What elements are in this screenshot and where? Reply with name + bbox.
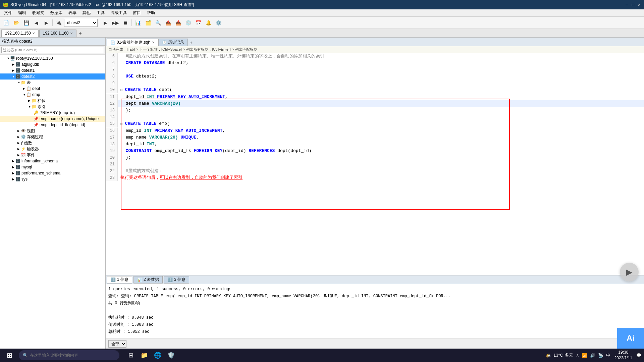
tree-atguigudb[interactable]: ▶ 🗄️ atguigudb	[0, 61, 105, 67]
code-line-10: 10 ⊟ CREATE TABLE dept(	[106, 87, 644, 94]
menu-edit[interactable]: 编辑	[15, 9, 29, 16]
query-tab-1-close[interactable]: ✕	[152, 41, 155, 44]
conn-tab-2[interactable]: 192.168.1.160 ✕	[39, 30, 76, 37]
tree-perfschema[interactable]: ▶ 🗄️ performance_schema	[0, 170, 105, 176]
taskbar-chevron-up: ∧	[576, 353, 579, 358]
taskbar-task-view[interactable]: ⊞	[125, 349, 137, 361]
video-play-button[interactable]: ▶	[620, 263, 639, 281]
toolbar-run-all[interactable]: ▶▶	[111, 18, 120, 28]
result-tab-data[interactable]: 📊 2 表数据	[133, 276, 163, 283]
tree-mysql[interactable]: ▶ 🗄️ mysql	[0, 164, 105, 170]
result-tab-info2[interactable]: ℹ️ 3 信息	[164, 276, 189, 283]
menu-tools[interactable]: 工具	[94, 9, 107, 16]
tree-unique-index[interactable]: 📌 emp_name (emp_name), Unique	[0, 116, 105, 122]
left-panel-header[interactable]: 筛选表格 dbtest2	[0, 38, 105, 46]
functions-icon: ƒ	[21, 141, 23, 145]
ai-label[interactable]: Ai	[617, 328, 644, 349]
taskbar-system-icons: 🌤️ 13°C 多云 ∧ 📶 🔊 📡 中	[545, 352, 610, 358]
taskbar-edge[interactable]: 🌐	[152, 349, 164, 361]
tree-dbtest2-label: dbtest2	[21, 74, 35, 79]
tree-views[interactable]: ▶ 👁️ 视图	[0, 128, 105, 134]
code-line-22: 22 #显式的方式创建：	[106, 168, 644, 174]
menu-table[interactable]: 表单	[66, 9, 79, 16]
tree-infschema[interactable]: ▶ 🗄️ information_schema	[0, 158, 105, 164]
query-tab-history[interactable]: 🕐 历史记录	[158, 39, 188, 46]
menu-file[interactable]: 文件	[1, 9, 15, 16]
conn-tab-2-close[interactable]: ✕	[70, 32, 73, 35]
query-tab-add[interactable]: +	[188, 39, 195, 46]
tree-fk-index[interactable]: 📌 emp_dept_id_fk (dept_id)	[0, 122, 105, 128]
tree-functions[interactable]: ▶ ƒ 函数	[0, 140, 105, 146]
taskbar-search[interactable]: 🔍	[19, 350, 119, 360]
toolbar-settings[interactable]: ⚙️	[214, 18, 223, 28]
close-button[interactable]: ✕	[637, 2, 641, 7]
tree-sys[interactable]: ▶ 🗄️ sys	[0, 176, 105, 182]
tree-dept[interactable]: ▶ 📋 dept	[0, 86, 105, 92]
toolbar-new[interactable]: 📄	[1, 18, 11, 28]
result-row-total-time: 总耗时 : 1.052 sec	[108, 329, 641, 335]
menu-advanced[interactable]: 高级工具	[108, 9, 129, 16]
tree-procedures[interactable]: ▶ ⚙️ 存储过程	[0, 134, 105, 140]
result-tab-data-icon: 📊	[137, 277, 142, 282]
toolbar-back[interactable]: ◀	[32, 18, 41, 28]
result-text-2: 查询: CREATE TABLE emp( emp_id INT PRIMARY…	[121, 294, 450, 299]
tree-indexes[interactable]: ▼ 📁 索引	[0, 104, 105, 110]
toolbar-schedule[interactable]: 📅	[194, 18, 203, 28]
menu-help[interactable]: 帮助	[144, 9, 158, 16]
toolbar-run[interactable]: ▶	[101, 18, 110, 28]
procedures-icon: ⚙️	[21, 135, 26, 139]
menu-window[interactable]: 窗口	[130, 9, 144, 16]
taskbar-date-display: 2023/1/11	[614, 355, 632, 361]
code-line-13: 13 );	[106, 107, 644, 114]
result-tab-info-icon: ℹ️	[111, 277, 116, 282]
conn-tab-1[interactable]: 192.168.1.150 ✕	[1, 30, 39, 37]
toolbar-stop[interactable]: ⏹	[121, 18, 130, 28]
taskbar-explorer[interactable]: 📁	[138, 349, 150, 361]
tree-dbtest1[interactable]: ▶ 🗄️ dbtest1	[0, 67, 105, 73]
maximize-button[interactable]: □	[631, 2, 635, 7]
toolbar-export[interactable]: 📤	[163, 18, 173, 28]
tree-events[interactable]: ▶ 📅 事件	[0, 152, 105, 158]
result-row-trans-time: 传送时间 : 1.003 sec	[108, 322, 641, 328]
tree-primary-key[interactable]: 🔑 PRIMARY (emp_id)	[0, 110, 105, 116]
db-selector[interactable]: dbtest2	[64, 19, 98, 27]
ai-text: Ai	[627, 333, 635, 343]
toolbar-open[interactable]: 📂	[11, 18, 21, 28]
taskbar-app4[interactable]: 🛡️	[165, 349, 177, 361]
toolbar-connect[interactable]: 🔌	[54, 18, 63, 28]
toolbar-schema[interactable]: 🗂️	[143, 18, 153, 28]
result-text-1: 1 queries executed, 1 success, 0 errors,…	[108, 287, 231, 292]
result-tab-info[interactable]: ℹ️ 1 信息	[107, 276, 132, 283]
toolbar-query[interactable]: 🔍	[153, 18, 163, 28]
conn-tab-1-close[interactable]: ✕	[32, 32, 35, 35]
taskbar-notification[interactable]: 💬	[636, 353, 641, 358]
conn-tab-add[interactable]: +	[77, 30, 84, 37]
toolbar-forward[interactable]: ▶	[42, 18, 51, 28]
tree-tables[interactable]: ▼ 📁 表	[0, 80, 105, 86]
minimize-button[interactable]: ─	[625, 2, 629, 7]
unique-index-icon: 📌	[34, 116, 39, 121]
tree-root[interactable]: ▼ 🖥️ root@192.168.1.150	[0, 55, 105, 61]
title-bar-left: 🐸 SQLyog Ultimate 64 - [192.168.1.150/db…	[3, 2, 194, 8]
events-icon: 📅	[21, 153, 26, 157]
start-button[interactable]: ⊞	[3, 349, 16, 362]
result-filter-select[interactable]: 全部	[108, 340, 126, 348]
filter-input[interactable]	[1, 47, 104, 53]
tree-dbtest2[interactable]: ▼ 🗄️ dbtest2	[0, 73, 105, 80]
toolbar-import[interactable]: 📥	[173, 18, 183, 28]
tree-emp[interactable]: ▼ 📋 emp	[0, 92, 105, 98]
menu-other[interactable]: 其他	[80, 9, 93, 16]
toolbar-notify[interactable]: 🔔	[204, 18, 213, 28]
toolbar-backup[interactable]: 💿	[183, 18, 193, 28]
menu-favorites[interactable]: 收藏夹	[30, 9, 47, 16]
db-icon-dbtest1: 🗄️	[15, 68, 20, 73]
tree-columns[interactable]: ▶ 📁 栏位	[0, 98, 105, 104]
query-tab-1[interactable]: 📄 01-索引的创建.sql* ✕	[107, 39, 158, 46]
tree-triggers[interactable]: ▶ ⚡ 触发器	[0, 146, 105, 152]
toolbar-save[interactable]: 💾	[21, 18, 31, 28]
code-editor[interactable]: 5 #隐式的方式创建索引。在声明有主键约束、唯一性约束、外键约束的字段上，会自动…	[106, 53, 644, 275]
menu-database[interactable]: 数据库	[48, 9, 65, 16]
result-panel: ℹ️ 1 信息 📊 2 表数据 ℹ️ 3 信息 1 queries execut…	[106, 275, 644, 349]
taskbar-search-input[interactable]	[30, 353, 104, 358]
toolbar-table[interactable]: 📊	[133, 18, 143, 28]
